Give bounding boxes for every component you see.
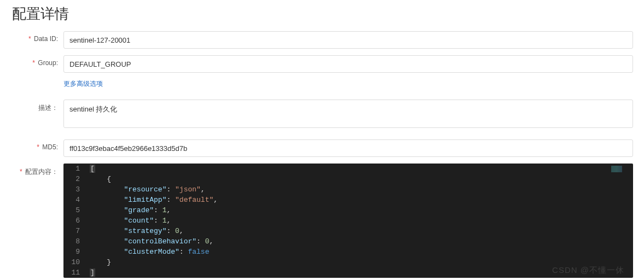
row-desc: 描述： sentinel 持久化 (11, 100, 633, 130)
row-content: * 配置内容： 1[2 {3 "resource": "json",4 "lim… (11, 164, 633, 278)
code-content: "limitApp": "default", (90, 195, 633, 205)
page-title: 配置详情 (11, 4, 633, 24)
line-number: 3 (63, 184, 90, 195)
desc-input[interactable]: sentinel 持久化 (63, 100, 633, 128)
data-id-input[interactable] (63, 31, 633, 49)
label-content: * 配置内容： (11, 164, 63, 177)
line-number: 9 (63, 247, 90, 257)
line-number: 5 (63, 205, 90, 215)
editor-line: 11] (63, 267, 633, 278)
editor-line: 10 } (63, 257, 633, 267)
code-content: "controlBehavior": 0, (90, 236, 633, 247)
line-number: 10 (63, 257, 90, 267)
code-content: } (90, 257, 633, 267)
editor-line: 2 { (63, 174, 633, 184)
line-number: 2 (63, 174, 90, 184)
code-content: "clusterMode": false (90, 247, 633, 257)
minimap-icon (611, 166, 622, 172)
editor-line: 5 "grade": 1, (63, 205, 633, 215)
editor-line: 3 "resource": "json", (63, 184, 633, 195)
line-number: 6 (63, 215, 90, 226)
row-data-id: * Data ID: (11, 31, 633, 49)
code-content: [ (90, 164, 633, 174)
line-number: 7 (63, 226, 90, 236)
label-desc: 描述： (11, 100, 63, 113)
code-content: "strategy": 0, (90, 226, 633, 236)
code-content: { (90, 174, 633, 184)
code-content: "grade": 1, (90, 205, 633, 215)
label-data-id: * Data ID: (11, 31, 63, 43)
advanced-options-link[interactable]: 更多高级选项 (63, 80, 103, 88)
code-editor[interactable]: 1[2 {3 "resource": "json",4 "limitApp": … (63, 164, 633, 278)
code-content: "count": 1, (90, 215, 633, 226)
editor-line: 7 "strategy": 0, (63, 226, 633, 236)
editor-line: 4 "limitApp": "default", (63, 195, 633, 205)
code-content: ] (90, 267, 633, 278)
editor-line: 8 "controlBehavior": 0, (63, 236, 633, 247)
editor-line: 1[ (63, 164, 633, 174)
line-number: 4 (63, 195, 90, 205)
line-number: 8 (63, 236, 90, 247)
row-group: * Group: (11, 55, 633, 73)
md5-input[interactable] (63, 139, 633, 157)
line-number: 1 (63, 164, 90, 174)
label-group: * Group: (11, 55, 63, 67)
editor-line: 9 "clusterMode": false (63, 247, 633, 257)
group-input[interactable] (63, 55, 633, 73)
editor-line: 6 "count": 1, (63, 215, 633, 226)
line-number: 11 (63, 267, 90, 278)
code-content: "resource": "json", (90, 184, 633, 195)
label-md5: * MD5: (11, 139, 63, 151)
row-md5: * MD5: (11, 139, 633, 157)
